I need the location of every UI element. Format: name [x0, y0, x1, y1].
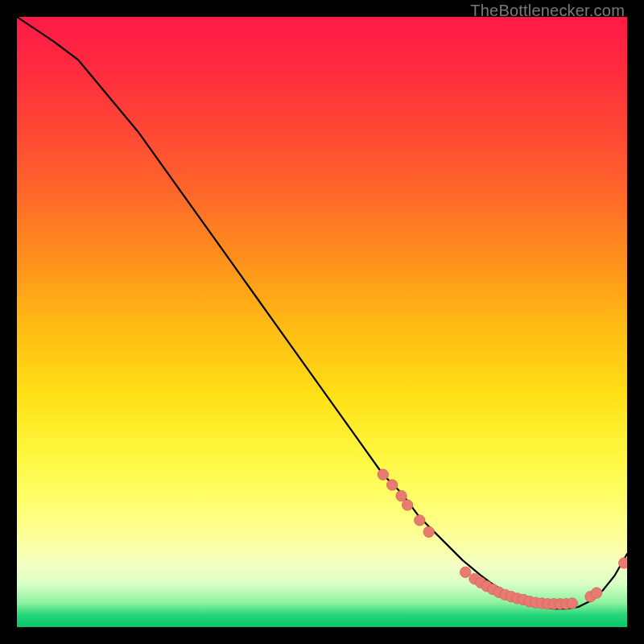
- curve-marker: [591, 588, 601, 598]
- curve-marker: [396, 490, 407, 501]
- curve-marker: [415, 515, 425, 526]
- bottleneck-curve: [17, 17, 627, 609]
- curve-marker: [378, 469, 388, 480]
- curve-layer: [17, 17, 627, 627]
- curve-marker: [567, 598, 577, 609]
- curve-marker: [423, 526, 434, 537]
- curve-marker: [402, 500, 412, 510]
- curve-marker: [460, 567, 470, 577]
- plot-area: [17, 17, 627, 627]
- chart-stage: TheBottlenecker.com: [0, 0, 644, 644]
- curve-marker: [619, 558, 627, 568]
- marker-group: [378, 469, 627, 609]
- curve-marker: [386, 480, 397, 490]
